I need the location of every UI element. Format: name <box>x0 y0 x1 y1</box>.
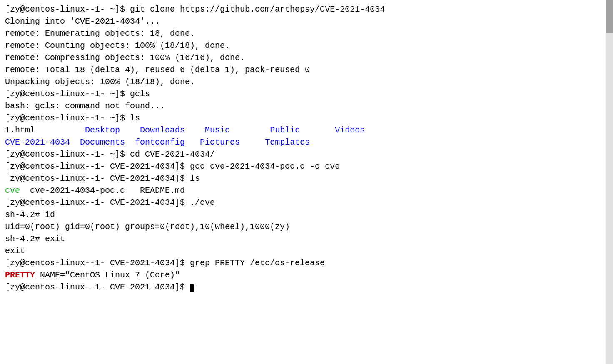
terminal-line: remote: Total 18 (delta 4), reused 6 (de… <box>5 64 601 76</box>
terminal-text: [zy@centos-linux--1- CVE-2021-4034]$ gcc… <box>5 162 340 171</box>
terminal-text: cve <box>5 186 20 195</box>
terminal-text: fontconfig <box>135 137 200 147</box>
terminal-text: CVE-2021-4034 <box>5 137 80 147</box>
terminal-line: PRETTY_NAME="CentOS Linux 7 (Core)" <box>5 269 601 281</box>
terminal-line: sh-4.2# id <box>5 209 601 221</box>
terminal-line: remote: Counting objects: 100% (18/18), … <box>5 40 601 52</box>
terminal-line: bash: gcls: command not found... <box>5 100 601 112</box>
terminal-line: [zy@centos-linux--1- CVE-2021-4034]$ ls <box>5 172 601 184</box>
terminal-text: Templates <box>265 137 310 147</box>
terminal-line: Cloning into 'CVE-2021-4034'... <box>5 15 601 27</box>
terminal-text: remote: Total 18 (delta 4), reused 6 (de… <box>5 65 310 75</box>
terminal-line: uid=0(root) gid=0(root) groups=0(root),1… <box>5 221 601 233</box>
scrollbar-thumb[interactable] <box>606 0 613 33</box>
terminal-text: [zy@centos-linux--1- ~]$ git clone https… <box>5 5 385 14</box>
terminal-text: Downloads <box>140 125 205 135</box>
terminal-line: exit <box>5 245 601 257</box>
terminal-text: Public <box>270 125 335 135</box>
terminal-text: Pictures <box>200 137 265 147</box>
terminal-window[interactable]: [zy@centos-linux--1- ~]$ git clone https… <box>0 0 606 364</box>
terminal-text: uid=0(root) gid=0(root) groups=0(root),1… <box>5 222 290 232</box>
terminal-line: [zy@centos-linux--1- CVE-2021-4034]$ ./c… <box>5 197 601 209</box>
terminal-text: sh-4.2# exit <box>5 234 65 244</box>
terminal-text: [zy@centos-linux--1- ~]$ ls <box>5 113 140 123</box>
terminal-line: [zy@centos-linux--1- CVE-2021-4034]$ <box>5 281 601 293</box>
terminal-line: [zy@centos-linux--1- ~]$ ls <box>5 112 601 124</box>
scrollbar[interactable] <box>606 0 613 364</box>
terminal-text: _NAME="CentOS Linux 7 (Core)" <box>35 270 180 280</box>
terminal-text: sh-4.2# id <box>5 210 55 219</box>
terminal-line: CVE-2021-4034 Documents fontconfig Pictu… <box>5 136 601 148</box>
terminal-line: [zy@centos-linux--1- ~]$ cd CVE-2021-403… <box>5 148 601 160</box>
terminal-text: [zy@centos-linux--1- ~]$ gcls <box>5 89 150 99</box>
terminal-line: [zy@centos-linux--1- CVE-2021-4034]$ gre… <box>5 257 601 269</box>
terminal-text: remote: Compressing objects: 100% (16/16… <box>5 53 245 62</box>
terminal-text: exit <box>5 246 25 256</box>
terminal-line: [zy@centos-linux--1- CVE-2021-4034]$ gcc… <box>5 160 601 172</box>
terminal-text: Desktop <box>85 125 140 135</box>
terminal-text: [zy@centos-linux--1- ~]$ cd CVE-2021-403… <box>5 150 215 159</box>
terminal-text: Videos <box>335 125 365 135</box>
terminal-cursor <box>190 284 194 292</box>
terminal-text: remote: Enumerating objects: 18, done. <box>5 29 195 38</box>
terminal-line: sh-4.2# exit <box>5 233 601 245</box>
terminal-text: PRETTY <box>5 270 35 280</box>
terminal-line: cve cve-2021-4034-poc.c README.md <box>5 184 601 197</box>
terminal-line: Unpacking objects: 100% (18/18), done. <box>5 76 601 88</box>
terminal-text: 1.html <box>5 125 85 135</box>
terminal-line: [zy@centos-linux--1- ~]$ git clone https… <box>5 3 601 15</box>
terminal-line: remote: Enumerating objects: 18, done. <box>5 27 601 40</box>
terminal-text: [zy@centos-linux--1- CVE-2021-4034]$ <box>5 282 190 292</box>
terminal-text: cve-2021-4034-poc.c README.md <box>20 186 185 195</box>
terminal-text: Documents <box>80 137 135 147</box>
terminal-text: Cloning into 'CVE-2021-4034'... <box>5 17 160 26</box>
terminal-text: [zy@centos-linux--1- CVE-2021-4034]$ ./c… <box>5 198 215 207</box>
terminal-text: [zy@centos-linux--1- CVE-2021-4034]$ ls <box>5 174 200 183</box>
terminal-text: Unpacking objects: 100% (18/18), done. <box>5 77 195 87</box>
terminal-text: remote: Counting objects: 100% (18/18), … <box>5 41 230 50</box>
terminal-line: 1.html Desktop Downloads Music Public Vi… <box>5 124 601 136</box>
terminal-text: Music <box>205 125 270 135</box>
terminal-text: [zy@centos-linux--1- CVE-2021-4034]$ gre… <box>5 258 325 268</box>
terminal-line: remote: Compressing objects: 100% (16/16… <box>5 52 601 64</box>
terminal-text: bash: gcls: command not found... <box>5 101 165 111</box>
terminal-line: [zy@centos-linux--1- ~]$ gcls <box>5 88 601 100</box>
